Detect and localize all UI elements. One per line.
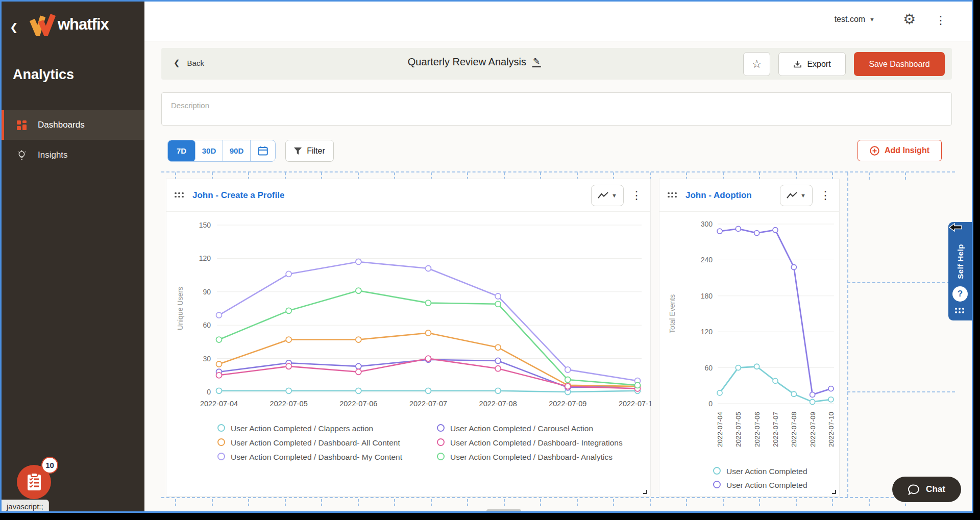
- svg-text:150: 150: [199, 221, 211, 229]
- grid-tick: [504, 499, 505, 506]
- browser-status-text: javascript:;: [2, 500, 49, 513]
- export-label: Export: [807, 60, 830, 69]
- svg-text:2022-07-06: 2022-07-06: [339, 400, 377, 408]
- legend-label: User Action Completed / Dashboard- Analy…: [450, 452, 612, 462]
- drag-handle-icon[interactable]: [668, 192, 677, 199]
- grid-row-line: [847, 391, 955, 392]
- sidebar-title: Analytics: [13, 67, 74, 83]
- account-dropdown[interactable]: test.com ▼: [835, 15, 875, 24]
- legend-item[interactable]: User Action Completed: [713, 480, 807, 490]
- filter-button[interactable]: Filter: [285, 140, 334, 162]
- self-help-tab[interactable]: Self Help ?: [948, 222, 972, 320]
- grid-tick: [358, 499, 359, 506]
- grid-tick: [467, 499, 468, 506]
- legend-label: User Action Completed / Clappers action: [231, 423, 373, 434]
- legend-marker-icon: [713, 481, 721, 488]
- line-chart-canvas[interactable]: 0306090120150Unique Users2022-07-042022-…: [166, 210, 651, 424]
- svg-text:120: 120: [199, 254, 211, 262]
- sidebar-item-dashboards[interactable]: Dashboards: [2, 110, 144, 140]
- star-icon: ☆: [752, 58, 762, 71]
- svg-text:0: 0: [708, 400, 713, 408]
- resize-handle[interactable]: [643, 490, 647, 494]
- svg-text:2022-07-08: 2022-07-08: [479, 400, 517, 408]
- legend-marker-icon: [437, 424, 445, 432]
- mouse-cursor: [949, 223, 963, 232]
- app-window: ❮ whatfix Analytics Dashboards: [0, 0, 973, 513]
- card-title-link[interactable]: John - Adoption ...: [685, 190, 752, 201]
- grid-tick: [321, 499, 322, 506]
- grid-tick: [796, 499, 797, 506]
- legend-item[interactable]: User Action Completed / Clappers action: [217, 423, 427, 434]
- svg-text:0: 0: [207, 388, 211, 396]
- description-input[interactable]: Description: [161, 92, 952, 126]
- add-insight-button[interactable]: Add Insight: [857, 140, 942, 161]
- kebab-menu-icon[interactable]: ⋮: [935, 14, 946, 27]
- insight-card-create-a-profile: John - Create a Profile ▼ ⋮ 030609012015…: [166, 179, 651, 497]
- gear-icon[interactable]: ⚙: [903, 11, 916, 28]
- svg-text:2022-07-09: 2022-07-09: [809, 412, 817, 447]
- legend-item[interactable]: User Action Completed / Dashboard- All C…: [217, 437, 427, 448]
- dashboard-header: ❮ Back Quarterly Review Analysis ✎ ☆ Exp…: [161, 48, 952, 80]
- range-30d-button[interactable]: 30D: [195, 140, 223, 161]
- save-dashboard-button[interactable]: Save Dashboard: [854, 52, 945, 76]
- drag-handle-icon[interactable]: [175, 192, 184, 199]
- chart-type-selector[interactable]: ▼: [591, 185, 624, 206]
- back-button[interactable]: ❮ Back: [174, 58, 204, 67]
- range-7d-button[interactable]: 7D: [168, 140, 195, 161]
- sidebar-item-insights[interactable]: Insights: [2, 140, 144, 170]
- notification-badge: 10: [41, 457, 58, 474]
- legend-marker-icon: [217, 438, 225, 446]
- drag-dots-icon[interactable]: [955, 308, 965, 314]
- grid-tick: [650, 499, 651, 506]
- whatfix-logo: whatfix: [28, 13, 109, 36]
- card-menu-icon[interactable]: ⋮: [820, 189, 831, 202]
- horizontal-scrollbar-thumb[interactable]: [486, 509, 521, 513]
- svg-text:Unique Users: Unique Users: [176, 287, 184, 330]
- legend-item[interactable]: User Action Completed / Dashboard- My Co…: [217, 452, 427, 462]
- svg-text:2022-07-07: 2022-07-07: [772, 412, 779, 447]
- svg-text:2022-07-10: 2022-07-10: [619, 400, 651, 408]
- svg-text:Total Events: Total Events: [668, 294, 676, 333]
- svg-text:2022-07-04: 2022-07-04: [716, 412, 724, 448]
- line-chart-canvas[interactable]: 060120180240300Total Events2022-07-04202…: [659, 210, 840, 465]
- svg-text:120: 120: [701, 328, 713, 336]
- sidebar-collapse-icon[interactable]: ❮: [10, 21, 18, 33]
- grid-ticks-bottom: [161, 499, 955, 506]
- range-90d-button[interactable]: 90D: [223, 140, 251, 161]
- grid-tick: [431, 499, 432, 506]
- chat-bubble-icon: [908, 484, 920, 495]
- legend-label: User Action Completed / Dashboard- All C…: [231, 437, 400, 448]
- card-header: John - Create a Profile ▼ ⋮: [166, 179, 650, 212]
- grid-tick: [613, 499, 614, 506]
- grid-tick: [577, 499, 578, 506]
- clipboard-checklist-icon: [26, 473, 42, 491]
- chat-button[interactable]: Chat: [892, 477, 961, 502]
- chart-legend: User Action Completed / Clappers actionU…: [217, 423, 631, 462]
- svg-text:2022-07-05: 2022-07-05: [734, 412, 742, 447]
- svg-text:2022-07-04: 2022-07-04: [200, 400, 238, 408]
- chart-type-selector[interactable]: ▼: [780, 185, 813, 206]
- dashboards-icon: [17, 120, 27, 130]
- edit-title-icon[interactable]: ✎: [532, 57, 541, 67]
- calendar-button[interactable]: [251, 140, 275, 161]
- grid-tick: [394, 499, 395, 506]
- account-name: test.com: [835, 15, 865, 24]
- line-chart-icon: [598, 192, 608, 199]
- legend-item[interactable]: User Action Completed / Dashboard- Integ…: [437, 437, 631, 448]
- card-title-link[interactable]: John - Create a Profile: [192, 190, 284, 201]
- insights-icon: [17, 150, 27, 161]
- legend-item[interactable]: User Action Completed / Carousel Action: [437, 423, 631, 434]
- legend-item[interactable]: User Action Completed / Dashboard- Analy…: [437, 452, 631, 462]
- svg-text:60: 60: [704, 364, 713, 372]
- card-menu-icon[interactable]: ⋮: [631, 189, 642, 202]
- svg-text:2022-07-10: 2022-07-10: [827, 412, 835, 447]
- grid-tick: [832, 499, 833, 506]
- svg-text:2022-07-07: 2022-07-07: [409, 400, 447, 408]
- chevron-down-icon: ▼: [611, 192, 617, 199]
- legend-item[interactable]: User Action Completed: [713, 466, 807, 477]
- grid-tick: [212, 499, 213, 506]
- favorite-button[interactable]: ☆: [743, 52, 770, 76]
- export-button[interactable]: Export: [778, 52, 846, 76]
- legend-marker-icon: [217, 424, 225, 432]
- resize-handle[interactable]: [832, 490, 836, 494]
